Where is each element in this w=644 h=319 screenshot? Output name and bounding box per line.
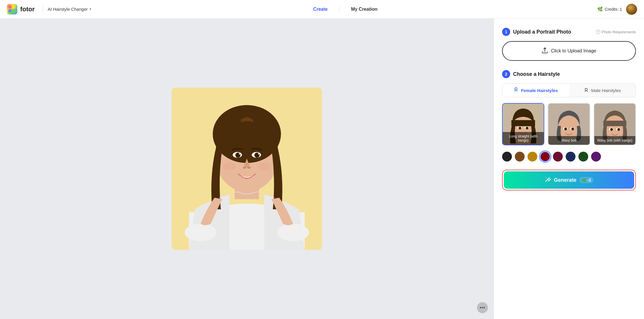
svg-rect-1 [12,6,15,9]
generate-credits-badge: 🌿 -2 [579,177,593,183]
avatar[interactable] [626,4,637,15]
svg-point-33 [526,127,528,129]
hairstyle-label-3: Wavy bob (with bangs) [594,136,635,145]
tab-female-hairstyles[interactable]: Female Hairstyles [502,84,569,97]
svg-point-39 [564,128,567,130]
generate-credits-value: -2 [587,178,591,182]
credits-label: Credits: 1 [605,7,622,12]
svg-point-23 [277,224,309,241]
upload-image-button[interactable]: Click to Upload Image [502,41,636,61]
svg-point-22 [185,224,216,241]
header-right: 🌿 Credits: 1 [597,4,637,15]
svg-point-47 [617,128,620,131]
svg-rect-3 [12,9,15,12]
generate-label: Generate [554,177,576,183]
credits-area: 🌿 Credits: 1 [597,6,622,12]
color-swatch-brown[interactable] [515,152,525,162]
app-title-label: AI Hairstyle Changer [48,7,88,12]
step1-title: Upload a Portrait Photo [513,29,571,35]
app-title-button[interactable]: AI Hairstyle Changer ▾ [45,6,93,13]
color-swatch-dark-blonde[interactable] [528,152,537,162]
main-layout: ••• 1 Upload a Portrait Photo ? Photo Re… [0,19,644,319]
tab-male-label: Male Hairstyles [591,88,621,93]
svg-rect-43 [603,121,626,126]
svg-point-49 [549,177,550,178]
tab-female-label: Female Hairstyles [521,88,558,93]
right-panel: 1 Upload a Portrait Photo ? Photo Requir… [494,19,644,319]
magic-wand-icon [545,176,551,184]
svg-point-18 [243,166,246,169]
nav-create[interactable]: Create [313,7,328,12]
nav-separator [339,6,339,12]
hairstyle-card-long-straight-bangs[interactable]: Long straight (with bangs) [502,103,544,145]
header: fotor AI Hairstyle Changer ▾ Create My C… [0,0,644,19]
svg-rect-2 [8,9,12,12]
svg-point-50 [545,180,546,181]
male-icon [584,87,589,94]
svg-rect-34 [503,104,544,115]
color-swatch-dark-green[interactable] [578,152,588,162]
left-panel: ••• [0,19,494,319]
color-swatch-dark-navy[interactable] [566,152,575,162]
hairstyle-label-2: Wavy bob [548,136,589,145]
svg-point-17 [258,153,259,155]
nav-divider-1 [43,6,43,13]
generate-btn-wrapper: Generate 🌿 -2 [502,170,636,190]
more-options-button[interactable]: ••• [477,302,488,313]
tab-male-hairstyles[interactable]: Male Hairstyles [569,84,636,97]
svg-point-16 [239,153,240,155]
svg-point-21 [258,162,271,170]
svg-rect-0 [8,6,12,9]
leaf-icon: 🌿 [597,6,603,12]
hairstyle-grid: Long straight (with bangs) [502,103,636,145]
avatar-image [626,4,637,15]
nav-my-creation[interactable]: My Creation [351,7,377,12]
step2-title: Choose a Hairstyle [513,71,560,77]
image-container [172,88,322,250]
more-options-icon: ••• [480,305,485,311]
hairstyle-tabs: Female Hairstyles Male Hairstyles [502,83,636,97]
color-swatch-burgundy[interactable] [553,152,563,162]
upload-section-header: 1 Upload a Portrait Photo ? Photo Requir… [502,28,636,36]
color-swatch-black[interactable] [502,152,512,162]
svg-point-24 [515,88,517,90]
step2-title-row: 2 Choose a Hairstyle [502,70,636,78]
color-swatch-dark-red[interactable] [540,152,550,162]
photo-requirements-link[interactable]: ? Photo Requirements [596,30,636,34]
svg-point-20 [223,162,236,170]
svg-point-25 [585,88,587,91]
svg-point-32 [519,127,521,129]
main-nav: Create My Creation [94,6,597,12]
svg-rect-29 [511,120,535,126]
upload-button-label: Click to Upload Image [551,48,596,54]
photo-req-label: Photo Requirements [602,30,636,34]
upload-icon [542,47,548,55]
logo-area[interactable]: fotor [7,4,35,14]
svg-point-48 [546,177,546,178]
hairstyle-card-wavy-bob[interactable]: Wavy bob [548,103,590,145]
color-swatches [502,152,636,162]
svg-point-19 [247,166,251,169]
hairstyle-label-1: Long straight (with bangs) [503,132,544,145]
step2-badge: 2 [502,70,510,78]
fotor-logo-icon [7,4,17,14]
step1-badge: 1 [502,28,510,36]
hairstyle-card-wavy-bob-bangs[interactable]: Wavy bob (with bangs) [594,103,636,145]
portrait-image [172,88,322,250]
svg-point-40 [571,128,574,130]
logo-text: fotor [20,6,35,13]
question-icon: ? [596,30,600,34]
svg-point-46 [610,128,613,131]
hairstyle-section: 2 Choose a Hairstyle Female Hairstyles [502,70,636,190]
generate-button[interactable]: Generate 🌿 -2 [504,171,634,189]
color-swatch-purple[interactable] [591,152,601,162]
step1-title-row: 1 Upload a Portrait Photo [502,28,571,36]
chevron-down-icon: ▾ [90,7,91,11]
credit-leaf-icon: 🌿 [582,178,586,182]
female-icon [513,87,519,94]
